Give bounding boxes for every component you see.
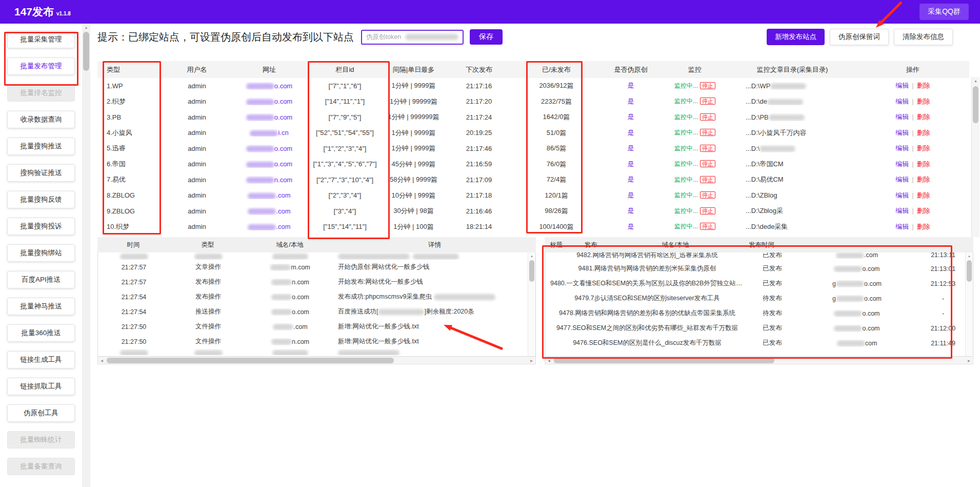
stop-button[interactable]: 停止 [700, 113, 715, 121]
site-url-link[interactable]: .com [231, 207, 308, 215]
edit-link[interactable]: 编辑 [895, 113, 909, 121]
stop-button[interactable]: 停止 [700, 176, 715, 183]
scroll-up-icon[interactable]: ▲ [82, 24, 90, 29]
site-actions: 编辑|删除 [856, 128, 969, 138]
edit-link[interactable]: 编辑 [895, 98, 909, 105]
log-vertical-scrollbar[interactable]: ▲ [528, 252, 535, 356]
scroll-up-icon[interactable]: ▲ [966, 252, 973, 258]
site-url-link[interactable]: i.cn [231, 129, 308, 137]
stop-button[interactable]: 停止 [700, 191, 715, 199]
log-horizontal-scrollbar[interactable]: ◀ ▶ [97, 357, 536, 364]
edit-link[interactable]: 编辑 [895, 129, 909, 137]
edit-link[interactable]: 编辑 [895, 82, 909, 89]
stop-button[interactable]: 停止 [700, 207, 715, 215]
blurred-url [246, 99, 274, 105]
scroll-left-icon[interactable]: ◀ [545, 359, 553, 362]
pseudo-original-reserved-words-button[interactable]: 伪原创保留词 [830, 29, 889, 45]
scroll-up-icon[interactable]: ▲ [972, 77, 979, 83]
delete-link[interactable]: 删除 [917, 160, 930, 168]
sidebar-item[interactable]: 批量搜狗反馈 [7, 191, 75, 208]
directory-text: ...D:\de [746, 98, 767, 105]
sidebar-item[interactable]: 百度API推送 [7, 271, 75, 288]
sidebar-item[interactable]: 链接抓取工具 [7, 378, 75, 395]
blurred-url [246, 162, 274, 168]
table-vertical-scrollbar[interactable]: ▲ [971, 77, 979, 237]
scrollbar-thumb[interactable] [973, 86, 978, 123]
scrollbar-thumb[interactable] [83, 32, 89, 71]
article-horizontal-scrollbar[interactable]: ◀ ▶ [545, 357, 973, 364]
main-vertical-scrollbar[interactable]: ▲ [82, 24, 90, 487]
site-interval: 1分钟 | 9999篇 [382, 81, 445, 90]
scroll-left-icon[interactable]: ◀ [98, 359, 106, 362]
sidebar-item[interactable]: 链接生成工具 [7, 351, 75, 368]
scrollbar-thumb[interactable] [554, 358, 774, 363]
stop-button[interactable]: 停止 [700, 160, 715, 167]
scrollbar-thumb[interactable] [967, 260, 972, 282]
edit-link[interactable]: 编辑 [895, 191, 909, 199]
stop-button[interactable]: 停止 [700, 129, 715, 136]
sidebar-item[interactable]: 批量蜘蛛统计 [7, 431, 75, 449]
sidebar-item[interactable]: 批量神马推送 [7, 298, 75, 315]
scroll-up-icon[interactable]: ▲ [528, 252, 535, 258]
stop-button[interactable]: 停止 [700, 98, 715, 105]
sidebar-item[interactable]: 批量发布管理 [7, 57, 75, 75]
edit-link[interactable]: 编辑 [895, 144, 909, 152]
scrollbar-thumb[interactable] [529, 260, 534, 282]
edit-link[interactable]: 编辑 [895, 176, 909, 183]
delete-link[interactable]: 删除 [917, 223, 930, 230]
stop-button[interactable]: 停止 [700, 223, 715, 230]
delete-link[interactable]: 删除 [917, 129, 930, 137]
delete-link[interactable]: 删除 [917, 82, 930, 89]
site-url-link[interactable]: o.com [231, 98, 308, 105]
scrollbar-thumb[interactable] [107, 358, 394, 363]
delete-link[interactable]: 删除 [917, 98, 930, 105]
edit-link[interactable]: 编辑 [895, 223, 909, 230]
delete-link[interactable]: 删除 [917, 113, 930, 121]
site-url-link[interactable]: o.com [231, 160, 308, 168]
site-url-link[interactable]: .com [231, 223, 308, 230]
article-vertical-scrollbar[interactable]: ▲ [965, 252, 973, 356]
action-separator: | [912, 191, 913, 199]
site-interval: 45分钟 | 999篇 [382, 160, 445, 169]
site-url-link[interactable]: n.com [231, 176, 308, 184]
stop-button[interactable]: 停止 [700, 82, 715, 89]
site-next-publish-time: 21:17:20 [445, 98, 513, 105]
blurred-url [248, 193, 276, 199]
site-monitor-cell: 监控中...停止 [662, 176, 728, 184]
article-publish-time: - [913, 310, 973, 317]
save-button[interactable]: 保存 [470, 29, 503, 45]
sidebar-item[interactable]: 批量采集管理 [7, 31, 75, 48]
edit-link[interactable]: 编辑 [895, 207, 909, 215]
sidebar-item[interactable]: 批量备案查询 [7, 458, 75, 475]
action-separator: | [912, 160, 913, 168]
delete-link[interactable]: 删除 [917, 191, 930, 199]
site-url-link[interactable]: o.com [231, 82, 308, 90]
site-url-link[interactable]: o.com [231, 113, 308, 121]
site-url-link[interactable]: o.com [231, 145, 308, 152]
scroll-right-icon[interactable]: ▶ [528, 359, 535, 362]
sidebar-item[interactable]: 批量搜狗推送 [7, 138, 75, 155]
sidebar-item[interactable]: 收录数据查询 [7, 111, 75, 128]
stop-button[interactable]: 停止 [700, 145, 715, 152]
site-username: admin [163, 98, 231, 105]
sidebar-item[interactable]: 批量搜狗投诉 [7, 218, 75, 235]
header-username: 用户名 [163, 65, 231, 74]
qq-group-button[interactable]: 采集QQ群 [919, 4, 969, 20]
sidebar-item[interactable]: 批量搜狗绑站 [7, 244, 75, 262]
site-url-link[interactable]: .com [231, 191, 308, 199]
url-suffix: .com [276, 223, 290, 230]
edit-link[interactable]: 编辑 [895, 160, 909, 168]
article-domain: com [801, 340, 913, 347]
clear-publish-info-button[interactable]: 清除发布信息 [894, 29, 953, 45]
pseudo-original-token-input[interactable]: 伪原创token [361, 30, 464, 45]
article-title: 9479.7步认清SEO和SEM的区别siteserver发布工具 [545, 294, 744, 303]
delete-link[interactable]: 删除 [917, 176, 930, 183]
sidebar-item[interactable]: 搜狗验证推送 [7, 164, 75, 182]
add-publish-site-button[interactable]: 新增发布站点 [767, 29, 825, 45]
delete-link[interactable]: 删除 [917, 144, 930, 152]
sidebar-item[interactable]: 批量排名监控 [7, 84, 75, 102]
sidebar-item[interactable]: 批量360推送 [7, 324, 75, 342]
delete-link[interactable]: 删除 [917, 207, 930, 215]
sidebar-item[interactable]: 伪原创工具 [7, 404, 75, 422]
scroll-right-icon[interactable]: ▶ [965, 359, 973, 362]
